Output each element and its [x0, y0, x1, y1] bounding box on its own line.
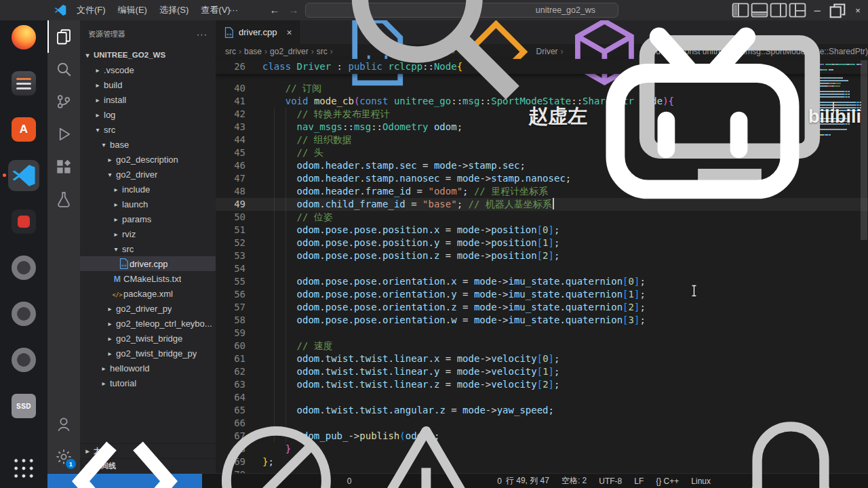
code-line-56[interactable]: 56 odom.pose.pose.orientation.y = mode->… — [216, 288, 868, 301]
tree-item-go2_twist_bridge[interactable]: ▸go2_twist_bridge — [80, 331, 216, 346]
restore-button[interactable] — [827, 0, 848, 20]
code-line-62[interactable]: 62 odom.twist.twist.linear.y = mode->vel… — [216, 365, 868, 378]
status-item-0[interactable]: 行 49, 列 47 — [506, 475, 549, 487]
tree-item-.vscode[interactable]: ▸.vscode — [80, 62, 216, 77]
menu-item-2[interactable]: 选择(S) — [153, 0, 195, 20]
chevron-right-icon: ▸ — [105, 350, 115, 357]
dock-item-firefox[interactable] — [8, 22, 39, 53]
tree-item-log[interactable]: ▸log — [80, 107, 216, 122]
chevron-right-icon: ▸ — [105, 305, 115, 312]
breadcrumb-item-5[interactable]: Driver — [536, 47, 558, 56]
tab-close-icon[interactable]: × — [286, 27, 292, 38]
tree-item-params[interactable]: ▸params — [80, 211, 216, 226]
tree-item-go2_twist_bridge_py[interactable]: ▸go2_twist_bridge_py — [80, 346, 216, 361]
status-item-4[interactable]: {} C++ — [656, 476, 679, 486]
remote-indicator-button[interactable] — [47, 474, 202, 488]
forward-button[interactable]: → — [285, 0, 302, 20]
toggle-secondary-sidebar-icon[interactable] — [769, 0, 788, 20]
breadcrumb-item-1[interactable]: base — [244, 47, 262, 56]
tree-item-go2_description[interactable]: ▸go2_description — [80, 152, 216, 167]
tree-item-src[interactable]: ▾src — [80, 241, 216, 256]
tree-root-unitree-go2-ws[interactable]: ▾ UNITREE_GO2_WS — [80, 47, 216, 62]
menu-item-1[interactable]: 编辑(E) — [112, 0, 153, 20]
titlebar-controls: ─ × — [731, 0, 868, 20]
mouse-text-cursor — [690, 285, 698, 300]
toggle-sidebar-icon[interactable] — [731, 0, 750, 20]
run-debug-icon — [56, 126, 72, 142]
tab-driver-cpp[interactable]: ++ driver.cpp × — [216, 20, 300, 44]
problems-button[interactable]: 0 0 — [208, 412, 506, 488]
breadcrumb-item-2[interactable]: go2_driver — [270, 47, 309, 56]
tree-item-go2_driver[interactable]: ▾go2_driver — [80, 167, 216, 182]
back-button[interactable]: ← — [266, 0, 283, 20]
menu-item-0[interactable]: 文件(F) — [71, 0, 112, 20]
code-line-60[interactable]: 60 // 速度 — [216, 340, 868, 352]
status-item-5[interactable]: Linux — [691, 476, 711, 486]
error-count: 0 — [347, 476, 352, 486]
tree-item-helloworld[interactable]: ▸helloworld — [80, 361, 216, 375]
code-line-57[interactable]: 57 odom.pose.pose.orientation.z = mode->… — [216, 301, 868, 314]
explorer-actions-button[interactable]: ··· — [197, 29, 208, 39]
notifications-bell-icon[interactable] — [720, 411, 868, 488]
code-line-63[interactable]: 63 odom.twist.twist.linear.z = mode->vel… — [216, 378, 868, 391]
code-line-64[interactable]: 64 — [216, 391, 868, 404]
activity-testing-button[interactable] — [47, 183, 80, 216]
code-line-52[interactable]: 52 odom.pose.pose.position.y = mode->pos… — [216, 237, 868, 249]
dock-item-ubuntu-software[interactable]: A — [8, 114, 39, 145]
tree-item-build[interactable]: ▸build — [80, 77, 216, 92]
tree-item-rviz[interactable]: ▸rviz — [80, 226, 216, 241]
tree-item-src[interactable]: ▾src — [80, 122, 216, 137]
code-line-53[interactable]: 53 odom.pose.pose.position.z = mode->pos… — [216, 249, 868, 262]
menu-overflow-button[interactable]: ··· — [224, 0, 243, 20]
close-button[interactable]: × — [848, 0, 868, 20]
dock-item-files-app[interactable] — [8, 68, 39, 99]
dock-item-vscode[interactable] — [8, 160, 39, 191]
chevron-right-icon: ▸ — [93, 66, 102, 74]
dock-item-media-app[interactable] — [8, 206, 39, 237]
tree-item-go2_driver_py[interactable]: ▸go2_driver_py — [80, 301, 216, 316]
customize-layout-icon[interactable] — [788, 0, 807, 20]
code-line-55[interactable]: 55 odom.pose.pose.orientation.x = mode->… — [216, 275, 868, 288]
activity-source-control-button[interactable] — [47, 85, 80, 118]
tree-item-CMakeLists.txt[interactable]: MCMakeLists.txt — [80, 271, 216, 286]
tree-item-include[interactable]: ▸include — [80, 182, 216, 197]
activity-run-debug-button[interactable] — [47, 118, 80, 150]
breadcrumb-item-3[interactable]: src — [317, 47, 328, 56]
status-item-3[interactable]: LF — [634, 476, 644, 486]
toggle-panel-icon[interactable] — [750, 0, 769, 20]
tree-item-go2_teleop_ctrl_keybo...[interactable]: ▸go2_teleop_ctrl_keybo... — [80, 316, 216, 331]
file-tree: ▸.vscode▸build▸install▸log▾src▾base▸go2_… — [80, 62, 216, 390]
code-line-58[interactable]: 58 odom.pose.pose.orientation.w = mode->… — [216, 314, 868, 327]
tree-item-launch[interactable]: ▸launch — [80, 197, 216, 211]
code-line-59[interactable]: 59 — [216, 327, 868, 340]
activity-extensions-button[interactable] — [47, 150, 80, 183]
tree-item-base[interactable]: ▾base — [80, 137, 216, 152]
tree-item-package.xml[interactable]: </>package.xml — [80, 286, 216, 301]
code-line-61[interactable]: 61 odom.twist.twist.linear.x = mode->vel… — [216, 352, 868, 365]
activity-explorer-button[interactable] — [47, 20, 80, 53]
dock-item-gray-app-2[interactable] — [8, 298, 39, 329]
activity-search-button[interactable] — [47, 53, 80, 85]
line-content: odom.child_frame_id = "base"; // 机器人基坐标系 — [262, 198, 554, 211]
minimize-button[interactable]: ─ — [807, 0, 827, 20]
dock-item-ssd-drive[interactable]: SSD — [8, 390, 39, 422]
status-item-2[interactable]: UTF-8 — [599, 476, 622, 486]
show-applications-icon[interactable] — [12, 457, 35, 480]
chevron-right-icon: ▸ — [111, 216, 121, 223]
status-item-1[interactable]: 空格: 2 — [561, 475, 587, 487]
error-icon — [208, 412, 345, 488]
dock-item-gray-app-1[interactable] — [8, 252, 39, 283]
code-line-51[interactable]: 51 odom.pose.pose.position.x = mode->pos… — [216, 224, 868, 237]
search-box[interactable]: unitree_go2_ws — [305, 3, 618, 18]
dock-item-gray-app-3[interactable] — [8, 344, 39, 375]
tree-item-install[interactable]: ▸install — [80, 92, 216, 107]
code-line-54[interactable]: 54 — [216, 262, 868, 275]
tree-item-driver.cpp[interactable]: ++driver.cpp — [80, 256, 216, 271]
line-content: odom.header.frame_id = "odom"; // 里程计坐标系 — [262, 185, 548, 198]
tree-item-tutorial[interactable]: ▸tutorial — [80, 375, 216, 390]
breadcrumb-item-0[interactable]: src — [225, 47, 236, 56]
explorer-icon — [56, 28, 72, 45]
scrollbar-thumb[interactable] — [861, 60, 867, 240]
code-line-50[interactable]: 50 // 位姿 — [216, 211, 868, 224]
display-dropdown-button[interactable] — [628, 5, 834, 208]
